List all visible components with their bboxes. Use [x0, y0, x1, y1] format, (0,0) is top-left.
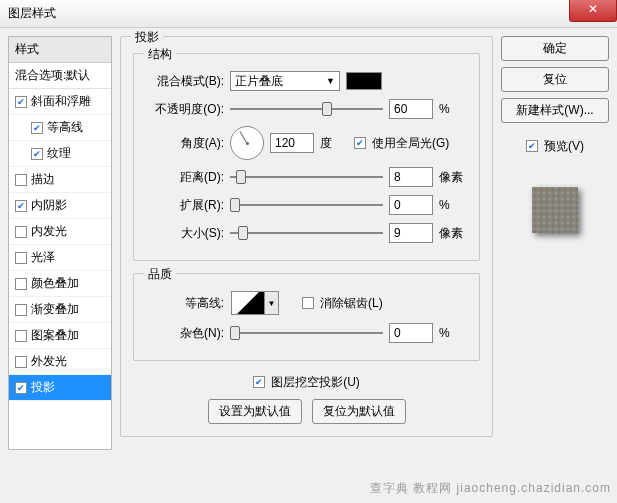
antialias-checkbox[interactable] [302, 297, 314, 309]
style-item-9[interactable]: 图案叠加 [9, 323, 111, 349]
style-checkbox[interactable] [15, 330, 27, 342]
right-panel: 确定 复位 新建样式(W)... 预览(V) [501, 36, 609, 450]
shadow-legend: 投影 [131, 29, 163, 46]
spread-label: 扩展(R): [146, 197, 224, 214]
style-checkbox[interactable] [31, 122, 43, 134]
angle-dial[interactable] [230, 126, 264, 160]
watermark: 查字典 教程网 jiaocheng.chazidian.com [370, 480, 611, 497]
style-item-7[interactable]: 颜色叠加 [9, 271, 111, 297]
style-checkbox[interactable] [31, 148, 43, 160]
style-item-6[interactable]: 光泽 [9, 245, 111, 271]
style-label: 等高线 [47, 119, 83, 136]
style-checkbox[interactable] [15, 200, 27, 212]
angle-label: 角度(A): [146, 135, 224, 152]
styles-header: 样式 [9, 37, 111, 63]
style-checkbox[interactable] [15, 356, 27, 368]
distance-input[interactable]: 8 [389, 167, 433, 187]
style-label: 纹理 [47, 145, 71, 162]
titlebar: 图层样式 ✕ [0, 0, 617, 28]
opacity-slider[interactable] [230, 101, 383, 117]
style-checkbox[interactable] [15, 174, 27, 186]
styles-list: 样式 混合选项:默认 斜面和浮雕等高线纹理描边内阴影内发光光泽颜色叠加渐变叠加图… [8, 36, 112, 450]
style-item-4[interactable]: 内阴影 [9, 193, 111, 219]
opacity-label: 不透明度(O): [146, 101, 224, 118]
style-checkbox[interactable] [15, 382, 27, 394]
noise-unit: % [439, 326, 467, 340]
structure-legend: 结构 [144, 46, 176, 63]
chevron-down-icon: ▼ [326, 76, 335, 86]
angle-input[interactable]: 120 [270, 133, 314, 153]
style-item-10[interactable]: 外发光 [9, 349, 111, 375]
style-label: 内阴影 [31, 197, 67, 214]
contour-picker[interactable]: ▼ [230, 290, 280, 316]
style-item-11[interactable]: 投影 [9, 375, 111, 401]
style-label: 描边 [31, 171, 55, 188]
blend-options-item[interactable]: 混合选项:默认 [9, 63, 111, 89]
style-label: 外发光 [31, 353, 67, 370]
style-item-3[interactable]: 描边 [9, 167, 111, 193]
settings-panel: 投影 结构 混合模式(B): 正片叠底 ▼ 不透明度(O): 60 % [120, 36, 493, 450]
distance-label: 距离(D): [146, 169, 224, 186]
style-item-2[interactable]: 纹理 [9, 141, 111, 167]
style-label: 内发光 [31, 223, 67, 240]
quality-fieldset: 品质 等高线: ▼ 消除锯齿(L) 杂色(N): 0 % [133, 273, 480, 361]
preview-label: 预览(V) [544, 138, 584, 155]
opacity-unit: % [439, 102, 467, 116]
style-checkbox[interactable] [15, 278, 27, 290]
style-checkbox[interactable] [15, 226, 27, 238]
ok-button[interactable]: 确定 [501, 36, 609, 61]
make-default-button[interactable]: 设置为默认值 [208, 399, 302, 424]
reset-default-button[interactable]: 复位为默认值 [312, 399, 406, 424]
size-label: 大小(S): [146, 225, 224, 242]
knockout-checkbox[interactable] [253, 376, 265, 388]
close-icon: ✕ [588, 2, 598, 16]
contour-label: 等高线: [146, 295, 224, 312]
size-slider[interactable] [230, 225, 383, 241]
quality-legend: 品质 [144, 266, 176, 283]
spread-unit: % [439, 198, 467, 212]
style-label: 颜色叠加 [31, 275, 79, 292]
cancel-button[interactable]: 复位 [501, 67, 609, 92]
style-label: 渐变叠加 [31, 301, 79, 318]
new-style-button[interactable]: 新建样式(W)... [501, 98, 609, 123]
global-light-label: 使用全局光(G) [372, 135, 449, 152]
knockout-label: 图层挖空投影(U) [271, 374, 360, 391]
noise-slider[interactable] [230, 325, 383, 341]
preview-box [520, 175, 590, 245]
distance-slider[interactable] [230, 169, 383, 185]
distance-unit: 像素 [439, 169, 467, 186]
structure-fieldset: 结构 混合模式(B): 正片叠底 ▼ 不透明度(O): 60 % 角 [133, 53, 480, 261]
antialias-label: 消除锯齿(L) [320, 295, 383, 312]
angle-unit: 度 [320, 135, 348, 152]
blend-mode-dropdown[interactable]: 正片叠底 ▼ [230, 71, 340, 91]
style-label: 投影 [31, 379, 55, 396]
color-swatch[interactable] [346, 72, 382, 90]
spread-input[interactable]: 0 [389, 195, 433, 215]
spread-slider[interactable] [230, 197, 383, 213]
style-checkbox[interactable] [15, 304, 27, 316]
preview-checkbox[interactable] [526, 140, 538, 152]
blend-mode-value: 正片叠底 [235, 73, 283, 90]
style-checkbox[interactable] [15, 96, 27, 108]
style-item-0[interactable]: 斜面和浮雕 [9, 89, 111, 115]
chevron-down-icon: ▼ [265, 291, 279, 315]
window-title: 图层样式 [8, 5, 56, 22]
style-checkbox[interactable] [15, 252, 27, 264]
close-button[interactable]: ✕ [569, 0, 617, 22]
style-item-8[interactable]: 渐变叠加 [9, 297, 111, 323]
preview-texture [532, 187, 578, 233]
style-label: 图案叠加 [31, 327, 79, 344]
dialog-body: 样式 混合选项:默认 斜面和浮雕等高线纹理描边内阴影内发光光泽颜色叠加渐变叠加图… [0, 28, 617, 458]
global-light-checkbox[interactable] [354, 137, 366, 149]
blend-mode-label: 混合模式(B): [146, 73, 224, 90]
noise-input[interactable]: 0 [389, 323, 433, 343]
size-input[interactable]: 9 [389, 223, 433, 243]
style-label: 光泽 [31, 249, 55, 266]
shadow-fieldset: 投影 结构 混合模式(B): 正片叠底 ▼ 不透明度(O): 60 % [120, 36, 493, 437]
noise-label: 杂色(N): [146, 325, 224, 342]
style-label: 斜面和浮雕 [31, 93, 91, 110]
size-unit: 像素 [439, 225, 467, 242]
opacity-input[interactable]: 60 [389, 99, 433, 119]
style-item-5[interactable]: 内发光 [9, 219, 111, 245]
style-item-1[interactable]: 等高线 [9, 115, 111, 141]
